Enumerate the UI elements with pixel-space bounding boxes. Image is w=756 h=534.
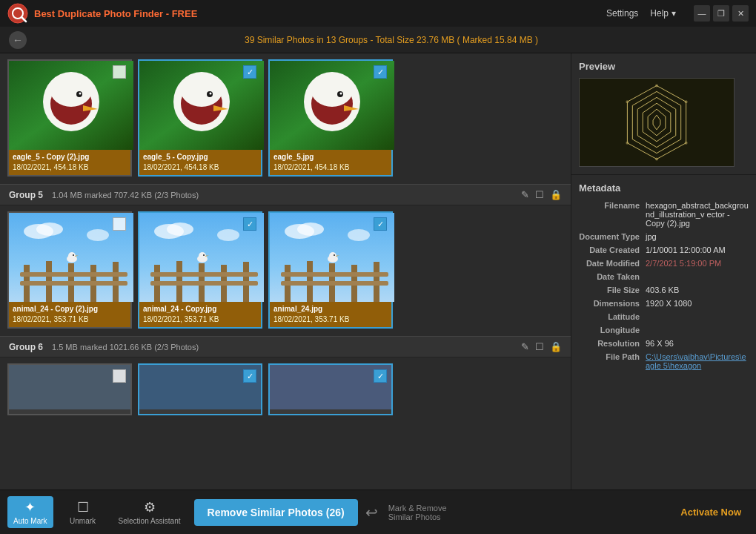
photo-caption: animal_24 - Copy.jpg 18/02/2021, 353.71 … (139, 302, 261, 327)
svg-point-77 (685, 100, 688, 103)
group-5-header: Group 5 1.04 MB marked 707.42 KB (2/3 Ph… (0, 184, 571, 205)
meta-resolution-value: 96 X 96 (646, 339, 749, 348)
metadata-filepath-row: File Path C:\Users\vaibhav\Pictures\eagl… (579, 352, 749, 370)
preview-title: Preview (579, 61, 749, 72)
photo-checkbox[interactable]: ✓ (374, 217, 387, 231)
right-panel: Preview (571, 53, 756, 490)
group-edit-icon[interactable]: ✎ (521, 341, 529, 352)
svg-rect-31 (20, 281, 127, 286)
group-5-info: 1.04 MB marked 707.42 KB (2/3 Photos) (52, 191, 521, 200)
auto-mark-label: Auto Mark (13, 517, 47, 525)
photo-card[interactable] (7, 363, 132, 415)
titlebar-right: Settings Help ▾ — ❐ ✕ (606, 5, 749, 22)
unmark-tool[interactable]: ☐ Unmark (61, 496, 105, 528)
group-6-container: Group 6 1.5 MB marked 1021.66 KB (2/3 Ph… (0, 336, 571, 421)
metadata-resolution-row: Resolution 96 X 96 (579, 339, 749, 348)
group-lock-icon[interactable]: 🔒 (550, 341, 562, 352)
selection-assistant-label: Selection Assistant (119, 517, 181, 525)
preview-section: Preview (571, 53, 756, 175)
group-4-container: eagle_5 - Copy (2).jpg 18/02/2021, 454.1… (0, 53, 571, 182)
selection-assistant-icon: ⚙ (144, 499, 156, 515)
chevron-down-icon: ▾ (672, 8, 676, 19)
meta-datecreated-value: 1/1/0001 12:00:00 AM (646, 245, 749, 254)
svg-point-52 (167, 222, 193, 236)
photo-card[interactable]: ✓ (268, 211, 393, 329)
svg-point-76 (655, 84, 658, 87)
meta-resolution-label: Resolution (579, 339, 646, 348)
photo-caption: animal_24.jpg 18/02/2021, 353.71 KB (270, 302, 391, 327)
metadata-doctype-row: Document Type jpg (579, 232, 749, 241)
svg-point-79 (655, 158, 658, 161)
titlebar: Best Duplicate Photo Finder - FREE Setti… (0, 0, 756, 27)
meta-filename-value: hexagon_abstract_background_illustration… (646, 201, 749, 228)
meta-latitude-value (646, 312, 749, 321)
svg-point-53 (217, 229, 239, 241)
meta-filename-label: Filename (579, 201, 646, 228)
photo-checkbox[interactable]: ✓ (243, 217, 256, 231)
photo-checkbox[interactable] (113, 65, 126, 79)
meta-latitude-label: Latitude (579, 312, 646, 321)
remove-similar-button[interactable]: Remove Similar Photos (26) (194, 499, 358, 526)
group-5-container: Group 5 1.04 MB marked 707.42 KB (2/3 Ph… (0, 184, 571, 334)
mark-remove-line2: Similar Photos (388, 512, 447, 521)
metadata-datetaken-row: Date Taken (579, 272, 749, 281)
photo-caption: eagle_5.jpg 18/02/2021, 454.18 KB (270, 150, 391, 175)
group-5-photos: animal_24 - Copy (2).jpg 18/02/2021, 353… (0, 205, 571, 334)
mark-remove-hint: Mark & Remove Similar Photos (388, 504, 447, 521)
metadata-section: Metadata Filename hexagon_abstract_backg… (571, 175, 756, 490)
photo-checkbox[interactable]: ✓ (374, 65, 387, 79)
svg-point-67 (297, 222, 324, 236)
metadata-title: Metadata (579, 182, 749, 194)
photo-caption: animal_24 - Copy (2).jpg 18/02/2021, 353… (9, 302, 130, 327)
photo-card[interactable]: ✓ (268, 59, 393, 177)
meta-dimensions-label: Dimensions (579, 299, 646, 308)
photo-checkbox[interactable] (113, 369, 126, 383)
group-select-icon[interactable]: ☐ (535, 189, 544, 200)
selection-assistant-tool[interactable]: ⚙ Selection Assistant (113, 496, 187, 528)
svg-point-35 (73, 254, 74, 256)
group-edit-icon[interactable]: ✎ (521, 189, 529, 200)
svg-point-50 (203, 254, 205, 256)
activate-now-button[interactable]: Activate Now (680, 507, 741, 518)
photo-checkbox[interactable]: ✓ (243, 369, 256, 383)
auto-mark-tool[interactable]: ✦ Auto Mark (7, 496, 53, 528)
minimize-button[interactable]: — (694, 5, 710, 22)
photos-panel[interactable]: eagle_5 - Copy (2).jpg 18/02/2021, 454.1… (0, 53, 571, 490)
svg-rect-45 (150, 272, 258, 277)
meta-filepath-label: File Path (579, 352, 646, 370)
photo-card[interactable]: animal_24 - Copy (2).jpg 18/02/2021, 353… (7, 211, 132, 329)
restore-button[interactable]: ❐ (713, 5, 729, 22)
preview-svg (580, 78, 734, 167)
photo-card[interactable]: ✓ (268, 363, 393, 415)
bottom-toolbar: ✦ Auto Mark ☐ Unmark ⚙ Selection Assista… (0, 490, 756, 534)
metadata-filename-row: Filename hexagon_abstract_background_ill… (579, 201, 749, 228)
unmark-icon: ☐ (77, 499, 89, 515)
meta-filepath-value[interactable]: C:\Users\vaibhav\Pictures\eagle 5\hexago… (646, 352, 749, 370)
svg-point-13 (181, 74, 222, 107)
meta-datetaken-value (646, 272, 749, 281)
close-button[interactable]: ✕ (732, 5, 749, 22)
app-title: Best Duplicate Photo Finder - FREE (34, 8, 197, 19)
photo-card[interactable]: eagle_5 - Copy (2).jpg 18/02/2021, 454.1… (7, 59, 132, 177)
back-button[interactable]: ← (9, 31, 27, 49)
mark-remove-line1: Mark & Remove (388, 504, 447, 512)
preview-image (579, 78, 735, 167)
group-lock-icon[interactable]: 🔒 (550, 189, 562, 200)
group-select-icon[interactable]: ☐ (535, 341, 544, 352)
photo-checkbox[interactable]: ✓ (243, 65, 256, 79)
help-button[interactable]: Help ▾ (650, 8, 676, 19)
photo-card[interactable]: ✓ (138, 211, 262, 329)
svg-point-48 (199, 252, 206, 260)
auto-mark-icon: ✦ (24, 499, 36, 515)
photo-checkbox[interactable]: ✓ (374, 369, 387, 383)
svg-point-33 (68, 252, 76, 260)
meta-filesize-value: 403.6 KB (646, 286, 749, 294)
svg-rect-30 (20, 272, 127, 277)
svg-point-78 (685, 142, 688, 145)
photo-card[interactable]: ✓ (138, 363, 262, 415)
settings-button[interactable]: Settings (606, 8, 638, 19)
activate-area: Activate Now (673, 507, 749, 518)
photo-checkbox[interactable] (113, 217, 126, 231)
meta-datemodified-value: 2/7/2021 5:19:00 PM (646, 259, 749, 268)
photo-card[interactable]: ✓ (138, 59, 262, 177)
